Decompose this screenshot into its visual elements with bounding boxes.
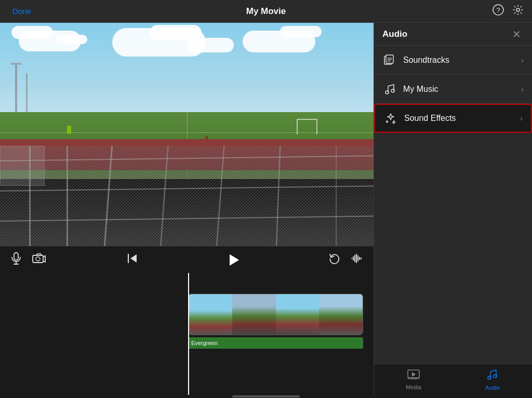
vest-person <box>67 126 71 134</box>
panel-bottom-tabs: Media Audio <box>374 364 532 395</box>
goal <box>297 119 317 134</box>
help-icon[interactable]: ? <box>493 4 504 18</box>
audio-track: Evergreen <box>188 337 363 349</box>
waveform-icon[interactable] <box>351 253 363 267</box>
audio-tab-icon <box>487 369 498 383</box>
timeline-area[interactable]: Evergreen <box>0 273 374 395</box>
settings-icon[interactable] <box>512 4 524 18</box>
tab-audio[interactable]: Audio <box>453 364 532 395</box>
done-button[interactable]: Done <box>8 5 35 18</box>
clip-thumb-1 <box>189 294 232 335</box>
audio-tab-label: Audio <box>485 385 500 391</box>
fence-svg <box>0 146 374 246</box>
control-right <box>324 253 363 267</box>
home-indicator <box>0 395 532 398</box>
control-left <box>10 252 46 267</box>
sky-bg <box>0 23 374 123</box>
play-triangle <box>230 254 239 266</box>
svg-point-21 <box>36 257 40 261</box>
soundtracks-chevron: › <box>521 56 524 64</box>
svg-point-2 <box>516 8 520 11</box>
timeline-clips: Evergreen <box>188 294 363 349</box>
svg-rect-6 <box>0 146 374 246</box>
svg-text:?: ? <box>496 6 500 14</box>
cloud-8 <box>280 26 322 37</box>
header-left: Done <box>8 5 71 18</box>
editor-area: Evergreen <box>0 23 374 395</box>
audio-menu: Soundtracks › My Music › <box>374 46 532 364</box>
cloud-6 <box>187 38 234 52</box>
cloud-2 <box>11 26 53 39</box>
audio-track-label: Evergreen <box>191 340 218 346</box>
tab-media[interactable]: Media <box>374 364 453 395</box>
sound-effects-chevron: › <box>520 114 523 122</box>
svg-rect-31 <box>386 55 393 63</box>
page-title: My Movie <box>71 6 461 17</box>
media-tab-label: Media <box>406 384 421 390</box>
audio-item-soundtracks[interactable]: Soundtracks › <box>374 46 532 75</box>
clip-thumb-3 <box>276 294 320 335</box>
audio-panel: Audio ✕ Soundtracks › <box>374 23 532 395</box>
audio-item-my-music[interactable]: My Music › <box>374 75 532 104</box>
soundtracks-icon <box>382 53 397 67</box>
app-header: Done My Movie ? <box>0 0 532 23</box>
video-strip <box>188 294 363 335</box>
my-music-label: My Music <box>403 85 521 94</box>
sound-effects-icon <box>383 111 398 126</box>
bleachers <box>0 146 45 186</box>
my-music-icon <box>382 82 397 97</box>
fence-overlay <box>0 146 374 246</box>
home-bar <box>232 395 300 397</box>
panel-close-button[interactable]: ✕ <box>509 27 524 42</box>
my-music-chevron: › <box>521 85 524 93</box>
skip-back-icon[interactable] <box>127 253 138 267</box>
header-right: ? <box>461 4 524 18</box>
clip-thumb-2 <box>232 294 276 335</box>
undo-icon[interactable] <box>329 253 340 267</box>
svg-rect-20 <box>33 255 43 263</box>
panel-header: Audio ✕ <box>374 23 532 46</box>
media-tab-icon <box>407 369 420 382</box>
mic-icon[interactable] <box>10 252 22 267</box>
sound-effects-label: Sound Effects <box>404 114 520 123</box>
panel-title: Audio <box>382 29 407 39</box>
playhead-line <box>188 273 189 395</box>
cloud-3 <box>56 35 87 44</box>
main-content: Evergreen Audio ✕ <box>0 23 532 395</box>
clip-thumb-4 <box>319 294 363 335</box>
playback-controls <box>0 246 374 273</box>
play-button[interactable] <box>224 251 243 269</box>
soundtracks-label: Soundtracks <box>403 56 521 65</box>
video-preview <box>0 23 374 246</box>
camera-icon[interactable] <box>32 253 46 266</box>
audio-item-sound-effects[interactable]: Sound Effects › <box>374 104 532 133</box>
svg-rect-17 <box>14 253 18 260</box>
